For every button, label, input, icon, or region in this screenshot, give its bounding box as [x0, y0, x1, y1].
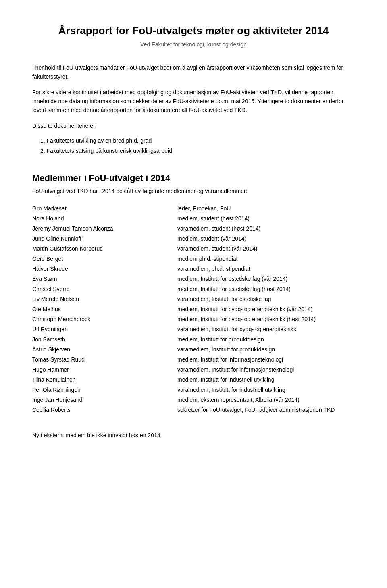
table-row: Cecilia Robertssekretær for FoU-utvalget…	[32, 405, 355, 415]
member-role: varamedlem, Institutt for bygg- og energ…	[177, 324, 355, 335]
member-name: Cecilia Roberts	[32, 405, 177, 415]
member-name: Christoph Merschbrock	[32, 314, 177, 324]
member-role: medlem, student (vår 2014)	[177, 234, 355, 244]
intro-paragraph1: I henhold til FoU-utvalgets mandat er Fo…	[32, 63, 355, 81]
member-name: Inge Jan Henjesand	[32, 395, 177, 405]
members-section: Medlemmer i FoU-utvalget i 2014 FoU-utva…	[32, 171, 355, 415]
member-role: medlem, student (høst 2014)	[177, 214, 355, 224]
member-role: leder, Prodekan, FoU	[177, 204, 355, 214]
member-role: medlem, Institutt for estetiske fag (vår…	[177, 274, 355, 284]
member-name: Halvor Skrede	[32, 264, 177, 274]
member-role: varamedlem, ph.d.-stipendiat	[177, 264, 355, 274]
table-row: Nora Holandmedlem, student (høst 2014)	[32, 214, 355, 224]
table-row: Tomas Syrstad Ruudmedlem, Institutt for …	[32, 355, 355, 365]
intro-section: I henhold til FoU-utvalgets mandat er Fo…	[32, 63, 355, 155]
member-name: Tiina Komulainen	[32, 375, 177, 385]
table-row: Ulf Rydningenvaramedlem, Institutt for b…	[32, 324, 355, 335]
footer-note: Nytt eksternt medlem ble ikke innvalgt h…	[32, 431, 355, 440]
member-role: medlem, Institutt for estetiske fag (høs…	[177, 284, 355, 294]
table-row: Jeremy Jemuel Tamson Alcorizavaramedlem,…	[32, 224, 355, 234]
members-table: Gro Markesetleder, Prodekan, FoUNora Hol…	[32, 204, 355, 415]
member-role: medlem, Institutt for informasjonsteknol…	[177, 355, 355, 365]
member-role: medlem, Institutt for bygg- og energitek…	[177, 304, 355, 314]
member-role: medlem, Institutt for bygg- og energitek…	[177, 314, 355, 324]
table-row: Astrid Skjervenvaramedlem, Institutt for…	[32, 345, 355, 355]
member-name: Astrid Skjerven	[32, 345, 177, 355]
member-name: Per Ola Rønningen	[32, 385, 177, 395]
table-row: Christel Sverremedlem, Institutt for est…	[32, 284, 355, 294]
table-row: Per Ola Rønningenvaramedlem, Institutt f…	[32, 385, 355, 395]
table-row: Hugo Hammervaramedlem, Institutt for inf…	[32, 365, 355, 375]
member-role: varamedlem, student (høst 2014)	[177, 224, 355, 234]
member-role: varamedlem, Institutt for produktdesign	[177, 345, 355, 355]
main-title: Årsrapport for FoU-utvalgets møter og ak…	[32, 24, 355, 38]
member-role: medlem, Institutt for industriell utvikl…	[177, 375, 355, 385]
member-name: Ole Melhus	[32, 304, 177, 314]
member-role: medlem, Institutt for produktdesign	[177, 335, 355, 345]
member-name: Tomas Syrstad Ruud	[32, 355, 177, 365]
member-name: June Oline Kunnioff	[32, 234, 177, 244]
table-row: Ole Melhusmedlem, Institutt for bygg- og…	[32, 304, 355, 314]
member-name: Liv Merete Nielsen	[32, 294, 177, 304]
table-row: Gro Markesetleder, Prodekan, FoU	[32, 204, 355, 214]
page-header: Årsrapport for FoU-utvalgets møter og ak…	[32, 24, 355, 49]
member-name: Ulf Rydningen	[32, 324, 177, 335]
members-heading: Medlemmer i FoU-utvalget i 2014	[32, 171, 355, 185]
member-role: sekretær for FoU-utvalget, FoU-rådgiver …	[177, 405, 355, 415]
member-name: Gerd Berget	[32, 254, 177, 264]
disse-text: Disse to dokumentene er:	[32, 121, 355, 130]
member-name: Jeremy Jemuel Tamson Alcoriza	[32, 224, 177, 234]
table-row: Jon Samsethmedlem, Institutt for produkt…	[32, 335, 355, 345]
member-name: Gro Markeset	[32, 204, 177, 214]
member-role: medlem, ekstern representant, Albelia (v…	[177, 395, 355, 405]
member-role: varamedlem, Institutt for industriell ut…	[177, 385, 355, 395]
doc1-item: 1. Fakultetets utvikling av en bred ph.d…	[40, 137, 355, 145]
subtitle: Ved Fakultet for teknologi, kunst og des…	[32, 40, 355, 49]
member-role: varamedlem, student (vår 2014)	[177, 244, 355, 254]
table-row: Halvor Skredevaramedlem, ph.d.-stipendia…	[32, 264, 355, 274]
member-name: Nora Holand	[32, 214, 177, 224]
table-row: Tiina Komulainenmedlem, Institutt for in…	[32, 375, 355, 385]
table-row: Eva Stømmedlem, Institutt for estetiske …	[32, 274, 355, 284]
table-row: Christoph Merschbrockmedlem, Institutt f…	[32, 314, 355, 324]
member-role: varamedlem, Institutt for informasjonste…	[177, 365, 355, 375]
table-row: Inge Jan Henjesandmedlem, ekstern repres…	[32, 395, 355, 405]
member-name: Martin Gustafsson Korperud	[32, 244, 177, 254]
table-row: Gerd Bergetmedlem ph.d.-stipendiat	[32, 254, 355, 264]
member-name: Jon Samseth	[32, 335, 177, 345]
member-name: Christel Sverre	[32, 284, 177, 294]
member-role: medlem ph.d.-stipendiat	[177, 254, 355, 264]
table-row: Liv Merete Nielsenvaramedlem, Institutt …	[32, 294, 355, 304]
table-row: Martin Gustafsson Korperudvaramedlem, st…	[32, 244, 355, 254]
intro-paragraph2: For sikre videre kontinuitet i arbeidet …	[32, 88, 355, 115]
members-subheading: FoU-utvalget ved TKD har i 2014 bestått …	[32, 187, 355, 195]
doc2-item: 2. Fakultetets satsing på kunstnerisk ut…	[40, 147, 355, 155]
table-row: June Oline Kunnioffmedlem, student (vår …	[32, 234, 355, 244]
member-role: varamedlem, Institutt for estetiske fag	[177, 294, 355, 304]
member-name: Hugo Hammer	[32, 365, 177, 375]
member-name: Eva Støm	[32, 274, 177, 284]
